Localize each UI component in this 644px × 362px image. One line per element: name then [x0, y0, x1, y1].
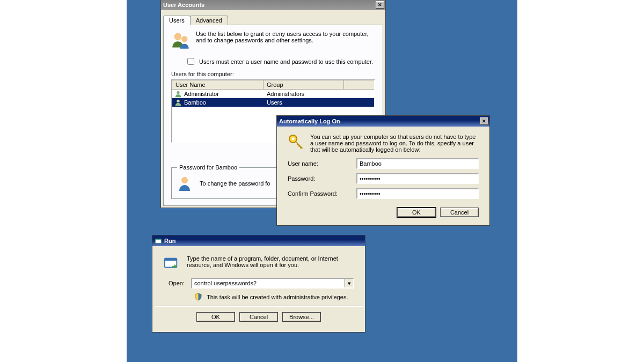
- user-icon: [174, 90, 182, 98]
- close-button[interactable]: ✕: [480, 117, 488, 125]
- open-input[interactable]: [192, 279, 345, 287]
- open-combobox[interactable]: ▾: [191, 278, 354, 289]
- username-input[interactable]: [356, 158, 479, 169]
- desktop-background: ecycle >_ Cygwi Termina Git Bas zilla Fi…: [127, 0, 517, 362]
- username-label: User name:: [288, 160, 352, 167]
- dialog-text: You can set up your computer so that use…: [310, 134, 479, 153]
- column-header-group[interactable]: Group: [264, 80, 344, 89]
- svg-point-10: [292, 138, 295, 141]
- browse-button[interactable]: Browse...: [282, 312, 321, 322]
- require-password-checkbox[interactable]: [187, 58, 194, 65]
- titlebar[interactable]: User Accounts ✕: [161, 0, 385, 10]
- fieldset-legend: Password for Bamboo: [177, 164, 239, 171]
- window-title: User Accounts: [163, 2, 204, 8]
- confirm-input[interactable]: [356, 188, 479, 199]
- close-button[interactable]: ✕: [376, 1, 384, 9]
- tab-users[interactable]: Users: [163, 16, 191, 25]
- list-header[interactable]: User Name Group: [172, 80, 374, 90]
- svg-point-0: [174, 33, 182, 41]
- list-label: Users for this computer:: [164, 71, 383, 78]
- intro-text: Use the list below to grant or deny user…: [196, 31, 375, 50]
- user-icon: [177, 175, 194, 192]
- run-window: Run Type the name of a program, folder, …: [152, 235, 365, 333]
- shield-text: This task will be created with administr…: [207, 294, 348, 300]
- svg-point-1: [181, 36, 187, 42]
- run-text: Type the name of a program, folder, docu…: [187, 255, 354, 268]
- svg-rect-8: [165, 258, 177, 261]
- run-title-icon: [155, 237, 162, 245]
- tab-strip: Users Advanced: [163, 15, 383, 25]
- window-title: Run: [164, 238, 175, 244]
- checkbox-label: Users must enter a user name and passwor…: [199, 58, 373, 65]
- tab-advanced[interactable]: Advanced: [190, 16, 228, 25]
- password-label: Password:: [288, 175, 352, 182]
- key-icon: [288, 134, 305, 151]
- svg-point-4: [181, 177, 188, 183]
- user-icon: [174, 99, 182, 106]
- titlebar[interactable]: Automatically Log On ✕: [277, 116, 489, 127]
- open-label: Open:: [169, 280, 185, 286]
- cancel-button[interactable]: Cancel: [239, 312, 278, 322]
- svg-rect-6: [156, 239, 162, 240]
- window-title: Automatically Log On: [279, 118, 340, 124]
- ok-button[interactable]: OK: [196, 312, 235, 322]
- svg-point-2: [177, 91, 179, 94]
- titlebar[interactable]: Run: [152, 235, 365, 246]
- chevron-down-icon[interactable]: ▾: [345, 279, 353, 287]
- run-icon: [163, 255, 179, 271]
- auto-logon-window: Automatically Log On ✕ You can set up yo…: [276, 115, 490, 226]
- cancel-button[interactable]: Cancel: [440, 208, 479, 217]
- users-icon: [171, 31, 191, 50]
- confirm-label: Confirm Password:: [288, 190, 352, 197]
- password-text: To change the password fo: [200, 180, 270, 187]
- svg-point-3: [177, 100, 179, 102]
- user-row-bamboo[interactable]: Bamboo Users: [172, 98, 374, 107]
- column-header-name[interactable]: User Name: [172, 80, 264, 89]
- user-row-administrator[interactable]: Administrator Administrators: [172, 90, 374, 98]
- ok-button[interactable]: OK: [397, 208, 436, 217]
- shield-icon: [194, 293, 202, 301]
- password-input[interactable]: [356, 173, 479, 184]
